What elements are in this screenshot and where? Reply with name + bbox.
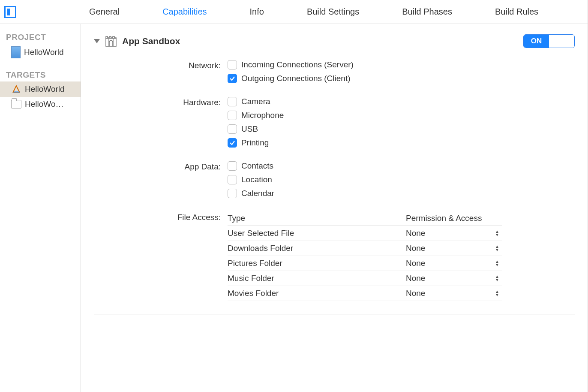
project-layout-icon[interactable]: [4, 6, 16, 18]
checkbox-label: Contacts: [241, 161, 273, 171]
sidebar-target-helloworld[interactable]: HelloWorld: [0, 81, 81, 97]
sidebar-project-label: HelloWorld: [24, 48, 64, 57]
file-access-col-type: Type: [228, 212, 406, 226]
checkbox-label: Outgoing Connections (Client): [241, 74, 351, 83]
disclosure-triangle-icon[interactable]: [94, 39, 100, 43]
checkbox-label: Location: [241, 175, 272, 184]
editor-tabbar: General Capabilities Info Build Settings…: [0, 0, 588, 24]
tab-capabilities[interactable]: Capabilities: [141, 7, 228, 17]
tab-build-settings[interactable]: Build Settings: [285, 7, 381, 17]
checkbox-icon: [228, 161, 237, 171]
table-row: Pictures Folder None▲▼: [228, 256, 502, 271]
fileaccess-label: File Access:: [111, 212, 228, 222]
file-access-type: Movies Folder: [228, 286, 406, 301]
appdata-label: App Data:: [111, 161, 228, 172]
sandbox-castle-icon: [104, 34, 118, 48]
tab-build-rules[interactable]: Build Rules: [474, 7, 560, 17]
checkbox-icon: [228, 189, 237, 198]
checkbox-location[interactable]: Location: [228, 175, 575, 184]
tab-info[interactable]: Info: [228, 7, 285, 17]
capability-title: App Sandbox: [122, 36, 180, 46]
checkbox-contacts[interactable]: Contacts: [228, 161, 575, 171]
checkbox-icon: [228, 175, 237, 184]
file-access-permission-select[interactable]: None▲▼: [406, 274, 499, 283]
stepper-icon: ▲▼: [495, 245, 499, 252]
folder-icon: [11, 100, 21, 109]
checkbox-label: USB: [241, 124, 258, 134]
checkbox-usb[interactable]: USB: [228, 124, 575, 134]
svg-rect-0: [106, 39, 116, 46]
checkbox-incoming-connections[interactable]: Incoming Connections (Server): [228, 60, 575, 69]
checkbox-calendar[interactable]: Calendar: [228, 189, 575, 198]
stepper-icon: ▲▼: [495, 275, 499, 282]
sidebar-target-label: HelloWorld: [25, 84, 65, 94]
sidebar-heading-project: PROJECT: [0, 31, 81, 44]
file-access-table: Type Permission & Access User Selected F…: [228, 212, 502, 301]
sidebar-target-helloworld-tests[interactable]: HelloWo…: [0, 97, 81, 112]
xcodeproj-icon: [11, 46, 21, 58]
checkbox-outgoing-connections[interactable]: Outgoing Connections (Client): [228, 74, 575, 83]
capabilities-content: App Sandbox ON Network: Incoming Connect…: [81, 24, 588, 392]
switch-knob: [549, 35, 574, 48]
file-access-permission-select[interactable]: None▲▼: [406, 259, 499, 268]
checkbox-icon: [228, 74, 237, 83]
checkbox-label: Printing: [241, 138, 269, 148]
file-access-type: Downloads Folder: [228, 241, 406, 256]
switch-on-label: ON: [524, 35, 549, 48]
stepper-icon: ▲▼: [495, 260, 499, 267]
file-access-permission-select[interactable]: None▲▼: [406, 289, 499, 298]
table-row: Downloads Folder None▲▼: [228, 241, 502, 256]
hardware-label: Hardware:: [111, 97, 228, 107]
stepper-icon: ▲▼: [495, 290, 499, 297]
sidebar-heading-targets: TARGETS: [0, 69, 81, 81]
checkbox-printing[interactable]: Printing: [228, 138, 575, 148]
checkbox-camera[interactable]: Camera: [228, 97, 575, 106]
section-divider: [94, 314, 575, 314]
checkbox-label: Incoming Connections (Server): [241, 60, 354, 69]
checkbox-icon: [228, 124, 237, 134]
project-sidebar: PROJECT HelloWorld TARGETS HelloWorld He…: [0, 24, 81, 392]
checkbox-microphone[interactable]: Microphone: [228, 111, 575, 120]
file-access-col-perm: Permission & Access: [406, 212, 502, 226]
checkbox-icon: [228, 60, 237, 69]
file-access-permission-select[interactable]: None▲▼: [406, 244, 499, 253]
checkbox-icon: [228, 138, 237, 148]
checkbox-label: Camera: [241, 97, 270, 106]
sandbox-toggle[interactable]: ON: [523, 34, 575, 48]
app-target-icon: [11, 84, 21, 94]
table-row: Movies Folder None▲▼: [228, 286, 502, 301]
network-label: Network:: [111, 60, 228, 70]
file-access-permission-select[interactable]: None▲▼: [406, 229, 499, 238]
sidebar-target-label: HelloWo…: [25, 100, 63, 109]
table-row: Music Folder None▲▼: [228, 271, 502, 286]
sidebar-project-item[interactable]: HelloWorld: [0, 44, 81, 61]
file-access-type: Pictures Folder: [228, 256, 406, 271]
checkbox-label: Calendar: [241, 189, 274, 198]
capability-header: App Sandbox ON: [94, 34, 575, 48]
table-row: User Selected File None▲▼: [228, 226, 502, 241]
stepper-icon: ▲▼: [495, 230, 499, 237]
tab-build-phases[interactable]: Build Phases: [381, 7, 474, 17]
checkbox-icon: [228, 97, 237, 106]
checkbox-label: Microphone: [241, 111, 284, 120]
file-access-type: Music Folder: [228, 271, 406, 286]
file-access-type: User Selected File: [228, 226, 406, 241]
tab-general[interactable]: General: [68, 7, 141, 17]
checkbox-icon: [228, 111, 237, 120]
